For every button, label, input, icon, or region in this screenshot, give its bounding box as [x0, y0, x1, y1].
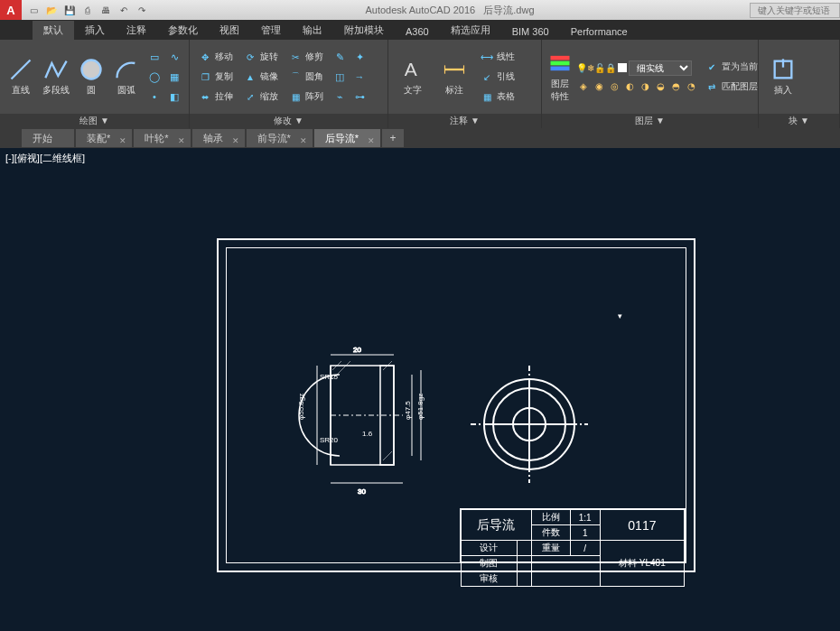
ellipse-icon[interactable]: ◯: [145, 68, 163, 86]
panel-title-modify[interactable]: 修改 ▼: [190, 114, 387, 128]
panel-annotate: A文字 标注 ⟷线性 ↙引线 ▦表格 注释 ▼: [388, 40, 542, 128]
qat-save-icon[interactable]: 💾: [61, 2, 78, 18]
fillet-button[interactable]: ⌒圆角: [285, 68, 327, 86]
doctab-impeller[interactable]: 叶轮*✕: [134, 129, 190, 147]
break-icon[interactable]: ⌁: [331, 88, 349, 106]
hatch-icon[interactable]: ▦: [165, 68, 183, 86]
viewport-label[interactable]: [-][俯视][二维线框]: [5, 152, 85, 165]
qat-redo-icon[interactable]: ↷: [134, 2, 150, 18]
explode-icon[interactable]: ✦: [350, 48, 369, 66]
mirror-button[interactable]: ▲镜像: [240, 68, 282, 86]
rectangle-icon[interactable]: ▭: [145, 48, 163, 66]
title-bar: A ▭ 📂 💾 ⎙ 🖶 ↶ ↷ Autodesk AutoCAD 2016 后导…: [0, 0, 840, 20]
layer-tool-7[interactable]: ◓: [668, 79, 683, 94]
doctab-rear[interactable]: 后导流*✕: [314, 129, 380, 147]
close-icon[interactable]: ✕: [178, 132, 185, 150]
tab-annotate[interactable]: 注释: [116, 21, 157, 40]
new-tab-button[interactable]: +: [382, 129, 404, 147]
point-icon[interactable]: •: [145, 88, 163, 106]
move-button[interactable]: ✥移动: [195, 48, 237, 66]
close-icon[interactable]: ✕: [119, 132, 126, 150]
region-icon[interactable]: ◧: [165, 88, 183, 106]
section-view: 20 30 φ55.8gz φ47.5 φ51.8gz SR15 SR20 1.…: [285, 339, 448, 501]
model-viewport[interactable]: [-][俯视][二维线框] ▾: [0, 148, 840, 631]
polyline-button[interactable]: 多段线: [41, 44, 72, 109]
layer-tool-6[interactable]: ◒: [653, 79, 667, 94]
tab-view[interactable]: 视图: [209, 21, 250, 40]
layer-select[interactable]: 细实线: [629, 60, 692, 76]
offset-icon[interactable]: ◫: [331, 68, 349, 86]
qat-plot-icon[interactable]: 🖶: [98, 2, 114, 18]
layer-tool-4[interactable]: ◐: [622, 79, 637, 94]
qat-open-icon[interactable]: 📂: [43, 2, 60, 18]
layer-tool-1[interactable]: ◈: [576, 79, 591, 94]
tab-addins[interactable]: 附加模块: [333, 21, 395, 40]
close-icon[interactable]: ✕: [300, 132, 307, 150]
panel-block: 插入 块 ▼: [759, 40, 840, 128]
copy-button[interactable]: ❐复制: [195, 68, 237, 86]
match-layer-button[interactable]: ⇄匹配图层: [702, 78, 761, 96]
doctab-bearing[interactable]: 轴承✕: [192, 129, 245, 147]
svg-line-0: [12, 60, 31, 79]
match-icon: ⇄: [705, 80, 718, 93]
extend-icon[interactable]: →: [350, 68, 369, 86]
drawing-number: 0117: [600, 510, 684, 541]
qat-undo-icon[interactable]: ↶: [116, 2, 132, 18]
panel-title-draw[interactable]: 绘图 ▼: [0, 114, 189, 128]
bulb-icon: 💡❄🔓🔒: [576, 63, 616, 73]
tab-insert[interactable]: 插入: [74, 21, 116, 40]
tab-default[interactable]: 默认: [33, 21, 74, 40]
layer-props-button[interactable]: 图层 特性: [547, 44, 573, 109]
doctab-start[interactable]: 开始: [22, 129, 74, 147]
svg-point-1: [81, 60, 100, 79]
erase-icon[interactable]: ✎: [331, 48, 349, 66]
layer-tool-3[interactable]: ◎: [607, 79, 621, 94]
spline-icon[interactable]: ∿: [165, 48, 183, 66]
panel-title-annot[interactable]: 注释 ▼: [388, 114, 541, 128]
scale-button[interactable]: ⤢缩放: [240, 88, 282, 106]
svg-text:SR20: SR20: [320, 436, 339, 444]
qat-new-icon[interactable]: ▭: [25, 2, 42, 18]
front-view: [471, 366, 588, 483]
title-block: 后导流 比例1:1 0117 件数1 设计 重量/ 材料 YL401 制图 审核: [460, 508, 686, 562]
tab-parametric[interactable]: 参数化: [157, 21, 209, 40]
app-logo[interactable]: A: [0, 0, 22, 20]
copy-icon: ❐: [199, 70, 211, 83]
arc-button[interactable]: 圆弧: [110, 44, 142, 109]
stretch-button[interactable]: ⬌拉伸: [195, 88, 237, 106]
leader-button[interactable]: ↙引线: [477, 68, 518, 86]
trim-button[interactable]: ✂修剪: [285, 48, 327, 66]
tab-featured[interactable]: 精选应用: [440, 21, 501, 40]
tab-performance[interactable]: Performance: [560, 23, 639, 40]
tab-bim360[interactable]: BIM 360: [501, 23, 560, 40]
tab-a360[interactable]: A360: [395, 23, 440, 40]
layer-color-swatch: [618, 63, 627, 72]
panel-title-layer[interactable]: 图层 ▼: [542, 114, 758, 128]
trim-icon: ✂: [289, 51, 302, 63]
join-icon[interactable]: ⊶: [350, 88, 369, 106]
close-icon[interactable]: ✕: [368, 132, 375, 150]
table-button[interactable]: ▦表格: [477, 88, 518, 106]
insert-block-button[interactable]: 插入: [764, 44, 802, 109]
dim-button[interactable]: 标注: [435, 44, 473, 109]
drawing-sheet: ▾: [217, 238, 695, 572]
doctab-front[interactable]: 前导流*✕: [247, 129, 313, 147]
qat-saveas-icon[interactable]: ⎙: [79, 2, 96, 18]
set-current-button[interactable]: ✔置为当前: [702, 58, 761, 76]
linear-button[interactable]: ⟷线性: [477, 48, 518, 66]
doctab-assembly[interactable]: 装配*✕: [76, 129, 132, 147]
layer-tool-5[interactable]: ◑: [638, 79, 652, 94]
search-input[interactable]: [750, 3, 840, 18]
rotate-button[interactable]: ⟳旋转: [240, 48, 282, 66]
layer-tool-2[interactable]: ◉: [592, 79, 606, 94]
circle-button[interactable]: 圆: [76, 44, 107, 109]
array-button[interactable]: ▦阵列: [285, 88, 327, 106]
tab-manage[interactable]: 管理: [250, 21, 292, 40]
line-button[interactable]: 直线: [5, 44, 37, 109]
ribbon: 直线 多段线 圆 圆弧 ▭ ∿ ◯ ▦ • ◧ 绘图 ▼ ✥移动 ❐复制 ⬌拉伸…: [0, 40, 840, 128]
tab-output[interactable]: 输出: [292, 21, 333, 40]
text-button[interactable]: A文字: [394, 44, 432, 109]
layer-tool-8[interactable]: ◔: [684, 79, 698, 94]
panel-title-block[interactable]: 块 ▼: [759, 114, 839, 128]
close-icon[interactable]: ✕: [232, 132, 239, 150]
